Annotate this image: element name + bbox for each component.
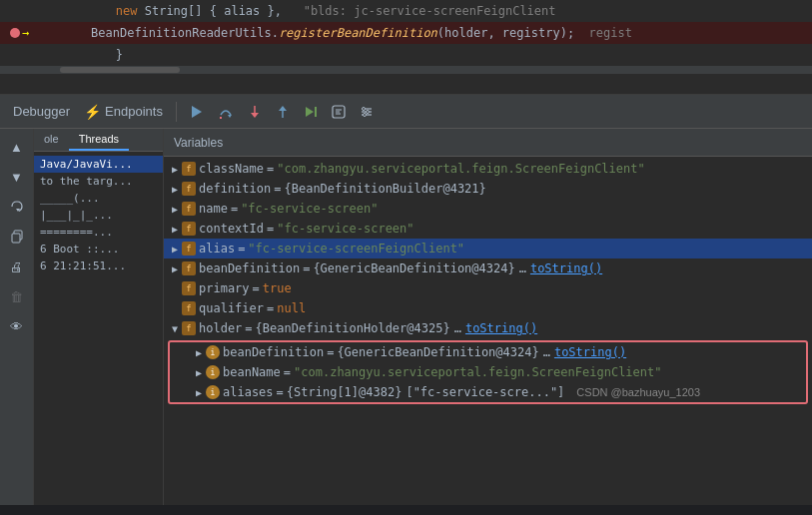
expand-alias[interactable]: ▶ <box>168 242 182 256</box>
horizontal-scrollbar[interactable] <box>0 66 812 74</box>
icon-classname: f <box>182 162 196 176</box>
left-panel: ole Threads Java/JavaVi... to the targ..… <box>34 129 164 505</box>
left-actions: ▲ ▼ 🖨 🗑 👁 <box>0 129 34 505</box>
step-over-icon <box>218 105 234 119</box>
endpoints-tab[interactable]: ⚡ Endpoints <box>79 101 168 123</box>
icon-name: f <box>182 202 196 216</box>
scrollbar-thumb[interactable] <box>60 67 180 73</box>
icon-qualifier: f <box>182 301 196 315</box>
thread-item-0[interactable]: Java/JavaVi... <box>34 156 163 173</box>
icon-holder-bn: i <box>206 365 220 379</box>
step-up-btn[interactable]: ▲ <box>5 135 29 159</box>
var-row-qualifier[interactable]: ▶ f qualifier = null <box>164 298 812 318</box>
var-row-holder[interactable]: ▼ f holder = {BeanDefinitionHolder@4325}… <box>164 318 812 338</box>
arrow-indicator: → <box>22 26 29 40</box>
svg-marker-4 <box>251 113 259 118</box>
var-row-alias[interactable]: ▶ f alias = "fc-service-screenFeignClien… <box>164 239 812 258</box>
thread-list: Java/JavaVi... to the targ... _____(... … <box>34 152 163 505</box>
code-area: new String[] { alias }, "blds: jc-servic… <box>0 0 812 95</box>
icon-holder-aliases: i <box>206 385 220 399</box>
resume-btn[interactable] <box>185 102 209 122</box>
thread-item-2[interactable]: _____(... <box>34 190 163 207</box>
debugger-toolbar: Debugger ⚡ Endpoints <box>0 95 812 129</box>
tostring-link-2[interactable]: toString() <box>554 345 626 359</box>
expand-contextid[interactable]: ▶ <box>168 222 182 236</box>
separator-1 <box>176 102 177 122</box>
expand-holder[interactable]: ▼ <box>168 321 182 335</box>
var-row-beandefinition[interactable]: ▶ f beanDefinition = {GenericBeanDefinit… <box>164 258 812 278</box>
svg-marker-6 <box>279 106 287 111</box>
variables-panel: Variables ▶ f className = "com.zhangyu.s… <box>164 129 812 505</box>
var-row-name[interactable]: ▶ f name = "fc-service-screen" <box>164 199 812 219</box>
var-row-contextid[interactable]: ▶ f contextId = "fc-service-screen" <box>164 219 812 239</box>
icon-definition: f <box>182 182 196 196</box>
variables-content[interactable]: ▶ f className = "com.zhangyu.serviceport… <box>164 157 812 505</box>
delete-btn[interactable]: 🗑 <box>5 284 29 308</box>
var-row-classname[interactable]: ▶ f className = "com.zhangyu.serviceport… <box>164 159 812 179</box>
tab-ole[interactable]: ole <box>34 129 69 151</box>
run-to-cursor-icon <box>304 105 318 119</box>
svg-point-16 <box>366 110 369 113</box>
svg-marker-1 <box>228 115 232 118</box>
settings-icon <box>360 105 374 119</box>
svg-rect-20 <box>12 234 20 243</box>
code-text-3: } <box>58 48 123 62</box>
expand-name[interactable]: ▶ <box>168 202 182 216</box>
highlight-group: ▶ i beanDefinition = {GenericBeanDefinit… <box>168 340 808 404</box>
step-over-btn[interactable] <box>213 102 239 122</box>
step-down-btn[interactable]: ▼ <box>5 165 29 189</box>
code-line-2: → BeanDefinitionReaderUtils.registerBean… <box>0 22 812 44</box>
icon-primary: f <box>182 281 196 295</box>
run-to-cursor-btn[interactable] <box>299 102 323 122</box>
settings-btn[interactable] <box>355 102 379 122</box>
copy-btn[interactable] <box>5 225 29 249</box>
thread-item-4[interactable]: ========... <box>34 224 163 241</box>
step-into-btn[interactable] <box>243 102 267 122</box>
endpoints-label: Endpoints <box>105 104 163 119</box>
evaluate-btn[interactable] <box>327 102 351 122</box>
step-into-icon <box>248 105 262 119</box>
var-row-holder-aliases[interactable]: ▶ i aliases = {String[1]@4382} ["fc-serv… <box>170 382 806 402</box>
expand-holder-bd[interactable]: ▶ <box>192 345 206 359</box>
svg-point-15 <box>362 107 365 110</box>
step-out-btn[interactable] <box>271 102 295 122</box>
step-out-icon <box>276 105 290 119</box>
restore-icon <box>10 200 24 214</box>
thread-item-3[interactable]: |___|_|_... <box>34 207 163 224</box>
icon-holder: f <box>182 321 196 335</box>
icon-contextid: f <box>182 222 196 236</box>
code-line-3: } <box>0 44 812 66</box>
svg-point-17 <box>363 113 366 116</box>
restore-btn[interactable] <box>5 195 29 219</box>
thread-item-6[interactable]: 6 21:21:51... <box>34 258 163 274</box>
thread-item-1[interactable]: to the targ... <box>34 173 163 190</box>
debugger-label: Debugger <box>13 104 70 119</box>
panel-tabs: ole Threads <box>34 129 163 152</box>
var-row-primary[interactable]: ▶ f primary = true <box>164 278 812 298</box>
copy-icon <box>10 230 24 244</box>
var-row-definition[interactable]: ▶ f definition = {BeanDefinitionBuilder@… <box>164 179 812 199</box>
resume-icon <box>190 105 204 119</box>
var-row-holder-beanname[interactable]: ▶ i beanName = "com.zhangyu.serviceporta… <box>170 362 806 382</box>
var-row-holder-beandefinition[interactable]: ▶ i beanDefinition = {GenericBeanDefinit… <box>170 342 806 362</box>
icon-alias: f <box>182 242 196 256</box>
tostring-link-holder[interactable]: toString() <box>465 321 537 335</box>
expand-holder-bn[interactable]: ▶ <box>192 365 206 379</box>
code-text-2: BeanDefinitionReaderUtils.registerBeanDe… <box>33 26 632 40</box>
eye-btn[interactable]: 👁 <box>5 314 29 338</box>
tostring-link-1[interactable]: toString() <box>530 261 602 275</box>
debugger-main: ▲ ▼ 🖨 🗑 👁 ole Threads Java/JavaVi... to … <box>0 129 812 505</box>
thread-item-5[interactable]: 6 Boot ::... <box>34 241 163 258</box>
watermark: CSDN @bazhuayu_1203 <box>576 386 700 398</box>
tab-threads[interactable]: Threads <box>69 129 129 151</box>
expand-classname[interactable]: ▶ <box>168 162 182 176</box>
error-dot <box>10 28 20 38</box>
expand-beandefinition[interactable]: ▶ <box>168 261 182 275</box>
print-btn[interactable]: 🖨 <box>5 255 29 278</box>
debugger-tab[interactable]: Debugger <box>8 101 75 122</box>
code-line-1: new String[] { alias }, "blds: jc-servic… <box>0 0 812 22</box>
expand-holder-aliases[interactable]: ▶ <box>192 385 206 399</box>
evaluate-icon <box>332 105 346 119</box>
endpoints-icon: ⚡ <box>84 104 101 120</box>
expand-definition[interactable]: ▶ <box>168 182 182 196</box>
